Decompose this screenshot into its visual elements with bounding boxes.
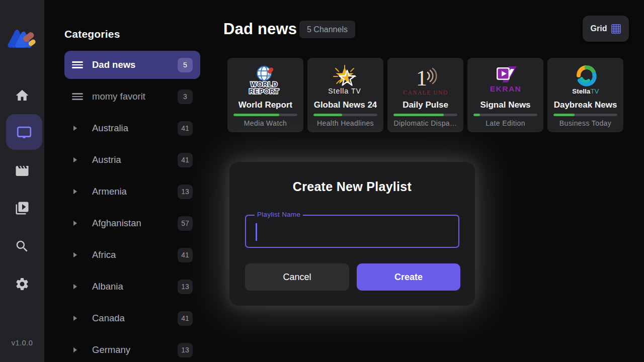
ekran-logo-icon: EKRAN [475, 64, 536, 98]
category-label: Canada [92, 313, 178, 324]
arrow-right-icon [72, 126, 85, 131]
category-item-momy-favorit[interactable]: momy favorit 3 [64, 82, 200, 111]
category-item-germany[interactable]: Germany 13 [64, 336, 200, 362]
create-playlist-modal: Create New Playlist Playlist Name Cancel… [229, 162, 475, 306]
page-title: Dad news [223, 20, 297, 38]
channel-grid: WORLD REPORT World Report Media Watch St… [227, 58, 623, 132]
grid-view-button[interactable]: Grid [583, 16, 629, 42]
canale-uno-logo-icon: 1 CANALE UNO [395, 64, 456, 98]
category-count-badge: 3 [178, 89, 193, 104]
svg-text:REPORT: REPORT [249, 87, 279, 95]
channel-name: Daily Pulse [403, 100, 448, 110]
category-item-afghanistan[interactable]: Afghanistan 57 [64, 209, 200, 237]
playlist-name-label: Playlist Name [255, 211, 303, 218]
category-count-badge: 5 [178, 58, 193, 72]
channel-card-signal-news[interactable]: EKRAN Signal News Late Edition [467, 58, 543, 132]
settings-icon[interactable] [12, 274, 32, 294]
channel-card-daybreak-news[interactable]: StellaTV Daybreak News Business Today [547, 58, 623, 132]
category-item-australia[interactable]: Australia 41 [64, 114, 200, 142]
drag-handle-icon [72, 60, 85, 70]
search-icon[interactable] [12, 236, 32, 256]
app-version: v1.0.0 [0, 339, 44, 347]
world-report-logo-icon: WORLD REPORT [235, 64, 296, 98]
svg-text:1: 1 [416, 66, 427, 90]
category-label: Australia [92, 123, 178, 134]
category-item-canada[interactable]: Canada 41 [64, 304, 200, 332]
svg-text:StellaTV: StellaTV [572, 87, 599, 95]
video-library-icon[interactable] [12, 198, 32, 218]
app-logo [7, 26, 37, 50]
arrow-right-icon [72, 284, 85, 289]
category-label: Afghanistan [92, 218, 178, 229]
channel-count-badge: 5 Channels [299, 21, 355, 38]
categories-panel: Categories Dad news 5 momy favorit 3 Aus… [44, 0, 221, 362]
grid-icon [611, 24, 621, 34]
channel-card-global-news-24[interactable]: Stella TV Global News 24 Health Headline… [307, 58, 383, 132]
category-label: Albania [92, 281, 178, 292]
categories-heading: Categories [64, 28, 120, 40]
channel-name: Daybreak News [554, 100, 617, 110]
categories-list: Dad news 5 momy favorit 3 Australia 41 A… [64, 51, 200, 362]
movies-icon[interactable] [12, 161, 32, 181]
channel-name: Global News 24 [314, 100, 377, 110]
live-tv-icon[interactable] [6, 114, 42, 150]
channel-progress-bar [233, 114, 297, 116]
category-item-austria[interactable]: Austria 41 [64, 146, 200, 174]
arrow-right-icon [72, 157, 85, 162]
channel-subtitle: Diplomatic Dispa… [394, 119, 457, 127]
arrow-right-icon [72, 316, 85, 321]
svg-text:EKRAN: EKRAN [490, 84, 521, 93]
category-label: Dad news [92, 59, 178, 70]
channel-progress-bar [393, 114, 457, 116]
channel-name: World Report [238, 100, 292, 110]
category-item-dad-news[interactable]: Dad news 5 [64, 51, 200, 79]
category-count-badge: 13 [178, 280, 193, 294]
home-icon[interactable] [12, 85, 32, 106]
category-count-badge: 41 [178, 248, 193, 262]
svg-text:Stella TV: Stella TV [328, 87, 361, 95]
category-label: momy favorit [92, 91, 178, 102]
drag-handle-icon [72, 92, 85, 102]
channel-subtitle: Business Today [559, 119, 611, 127]
channel-progress-bar [313, 114, 377, 116]
category-item-africa[interactable]: Africa 41 [64, 241, 200, 269]
category-label: Armenia [92, 186, 178, 197]
category-item-albania[interactable]: Albania 13 [64, 273, 200, 301]
channel-subtitle: Media Watch [244, 119, 287, 127]
category-label: Germany [92, 344, 178, 355]
arrow-right-icon [72, 252, 85, 257]
category-count-badge: 41 [178, 153, 193, 167]
cancel-button[interactable]: Cancel [245, 263, 349, 291]
channel-subtitle: Health Headlines [317, 119, 374, 127]
playlist-name-field[interactable]: Playlist Name [245, 215, 459, 248]
arrow-right-icon [72, 221, 85, 226]
stella-tv-swirl-logo-icon: StellaTV [555, 64, 616, 98]
playlist-name-input[interactable] [246, 216, 458, 247]
category-count-badge: 13 [178, 343, 193, 357]
channel-card-daily-pulse[interactable]: 1 CANALE UNO Daily Pulse Diplomatic Disp… [387, 58, 463, 132]
sidebar-rail: v1.0.0 [0, 0, 44, 362]
category-label: Austria [92, 154, 178, 165]
channel-progress-bar [553, 114, 617, 116]
category-item-armenia[interactable]: Armenia 13 [64, 177, 200, 206]
category-count-badge: 13 [178, 185, 193, 199]
text-caret [256, 223, 257, 241]
category-count-badge: 41 [178, 311, 193, 326]
svg-text:WORLD: WORLD [250, 80, 277, 88]
stella-tv-star-logo-icon: Stella TV [315, 64, 376, 98]
category-label: Africa [92, 249, 178, 260]
create-button[interactable]: Create [357, 263, 460, 291]
channel-card-world-report[interactable]: WORLD REPORT World Report Media Watch [227, 58, 303, 132]
modal-title: Create New Playlist [229, 179, 475, 194]
arrow-right-icon [72, 189, 85, 194]
channel-name: Signal News [480, 100, 530, 110]
category-count-badge: 41 [178, 121, 193, 136]
svg-text:CANALE UNO: CANALE UNO [403, 89, 448, 96]
category-count-badge: 57 [178, 216, 193, 231]
arrow-right-icon [72, 347, 85, 352]
grid-button-label: Grid [591, 24, 607, 33]
channel-progress-bar [473, 114, 537, 116]
channel-subtitle: Late Edition [486, 119, 525, 127]
